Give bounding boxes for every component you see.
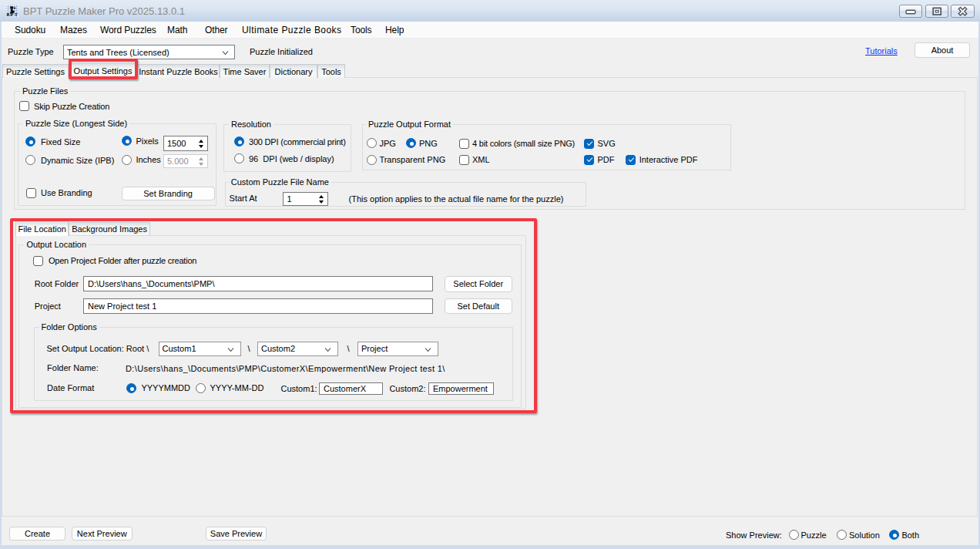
svg-text:B: B xyxy=(6,12,9,17)
svg-text:P: P xyxy=(11,12,14,17)
svg-text:T: T xyxy=(15,12,18,17)
